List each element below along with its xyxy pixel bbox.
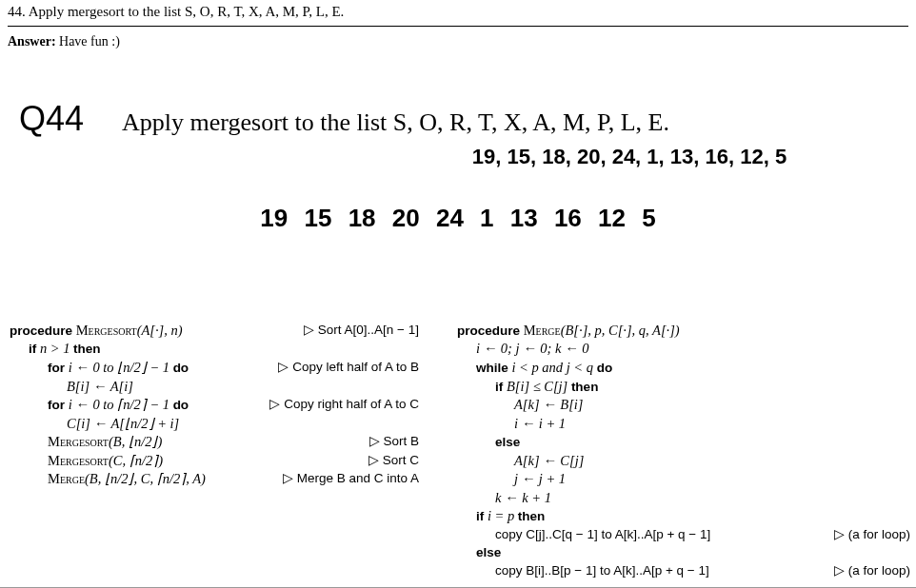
kw-if: if bbox=[476, 509, 484, 523]
cond: i < p and j < q bbox=[508, 360, 597, 375]
comment: ▷ Copy left half of A to B bbox=[261, 359, 419, 378]
call-args: (C, ⌈n/2⌉) bbox=[109, 453, 163, 468]
stmt: C[i] ← A[⌊n/2⌋ + i] bbox=[67, 415, 179, 434]
for-range: i ← 0 to ⌈n/2⌉ − 1 bbox=[65, 397, 173, 412]
for-range: i ← 0 to ⌊n/2⌋ − 1 bbox=[65, 360, 173, 375]
kw-do: do bbox=[597, 361, 613, 375]
proc-name: Mergesort bbox=[76, 323, 137, 338]
comment: ▷ (a for loop) bbox=[817, 526, 910, 543]
stmt: A[k] ← C[j] bbox=[514, 452, 584, 471]
cond: i = p bbox=[484, 508, 518, 523]
algorithms: procedure Mergesort(A[·], n) ▷ Sort A[0]… bbox=[0, 322, 916, 579]
proc-args: (B[·], p, C[·], q, A[·]) bbox=[561, 323, 680, 338]
cond: B[i] ≤ C[j] bbox=[503, 379, 571, 394]
call-args: (B, ⌊n/2⌋) bbox=[109, 434, 162, 449]
call-args: (B, ⌊n/2⌋, C, ⌈n/2⌉, A) bbox=[85, 471, 206, 486]
kw-if: if bbox=[29, 342, 36, 356]
kw-then: then bbox=[571, 380, 599, 394]
stmt: i ← 0; j ← 0; k ← 0 bbox=[476, 340, 588, 359]
comment: ▷ (a for loop) bbox=[817, 562, 910, 579]
kw-then: then bbox=[73, 342, 101, 356]
kw-procedure: procedure bbox=[10, 323, 72, 338]
kw-if: if bbox=[495, 380, 503, 394]
stmt: A[k] ← B[i] bbox=[514, 396, 584, 415]
slide-header: Q44 Apply mergesort to the list S, O, R,… bbox=[0, 80, 916, 141]
divider bbox=[8, 26, 908, 27]
copy-stmt: copy B[i]..B[p − 1] to A[k]..A[p + q − 1… bbox=[495, 563, 709, 578]
kw-procedure: procedure bbox=[457, 323, 520, 338]
kw-else: else bbox=[476, 545, 501, 559]
comment: ▷ Copy right half of A to C bbox=[252, 396, 419, 415]
stmt: k ← k + 1 bbox=[495, 489, 551, 508]
kw-do: do bbox=[173, 398, 189, 412]
answer-text: Have fun :) bbox=[59, 34, 120, 49]
slide-qlabel: Q44 bbox=[19, 99, 84, 139]
stmt: copy B[i]..B[p − 1] to A[k]..A[p + q − 1… bbox=[495, 562, 709, 579]
mergesort-pseudocode: procedure Mergesort(A[·], n) ▷ Sort A[0]… bbox=[10, 322, 419, 579]
question-line: 44. Apply mergesort to the list S, O, R,… bbox=[8, 4, 908, 20]
merge-pseudocode: procedure Merge(B[·], p, C[·], q, A[·]) … bbox=[457, 322, 910, 579]
stmt: j ← j + 1 bbox=[514, 470, 566, 489]
comment: ▷ Sort A[0]..A[n − 1] bbox=[287, 322, 419, 341]
stmt: copy C[j]..C[q − 1] to A[k]..A[p + q − 1… bbox=[495, 526, 710, 543]
comment: ▷ Sort B bbox=[352, 433, 419, 452]
call-name: Mergesort bbox=[48, 434, 109, 449]
call-name: Merge bbox=[48, 471, 85, 486]
kw-then: then bbox=[518, 509, 546, 523]
cond: n > 1 bbox=[36, 341, 73, 356]
letter-numbers: 19, 15, 18, 20, 24, 1, 13, 16, 12, 5 bbox=[343, 145, 916, 169]
big-sequence: 19 15 18 20 24 1 13 16 12 5 bbox=[0, 204, 916, 233]
kw-for: for bbox=[48, 361, 65, 375]
question-text: Apply mergesort to the list S, O, R, T, … bbox=[29, 4, 345, 19]
stmt: B[i] ← A[i] bbox=[67, 378, 133, 397]
slide-title: Apply mergesort to the list S, O, R, T, … bbox=[122, 108, 669, 137]
call-name: Mergesort bbox=[48, 453, 109, 468]
textbook-header: 44. Apply mergesort to the list S, O, R,… bbox=[0, 0, 916, 57]
stmt: i ← i + 1 bbox=[514, 415, 566, 434]
comment: ▷ Merge B and C into A bbox=[266, 470, 419, 489]
question-number: 44. bbox=[8, 4, 26, 19]
proc-args: (A[·], n) bbox=[137, 323, 183, 338]
comment: ▷ Sort C bbox=[351, 452, 419, 471]
kw-while: while bbox=[476, 361, 508, 375]
answer-label: Answer: bbox=[8, 34, 56, 49]
kw-do: do bbox=[173, 361, 189, 375]
answer-line: Answer: Have fun :) bbox=[8, 34, 908, 49]
copy-stmt: copy C[j]..C[q − 1] to A[k]..A[p + q − 1… bbox=[495, 527, 710, 541]
kw-else: else bbox=[495, 435, 520, 449]
slide: Q44 Apply mergesort to the list S, O, R,… bbox=[0, 80, 916, 588]
kw-for: for bbox=[48, 398, 65, 412]
proc-name: Merge bbox=[524, 323, 561, 338]
